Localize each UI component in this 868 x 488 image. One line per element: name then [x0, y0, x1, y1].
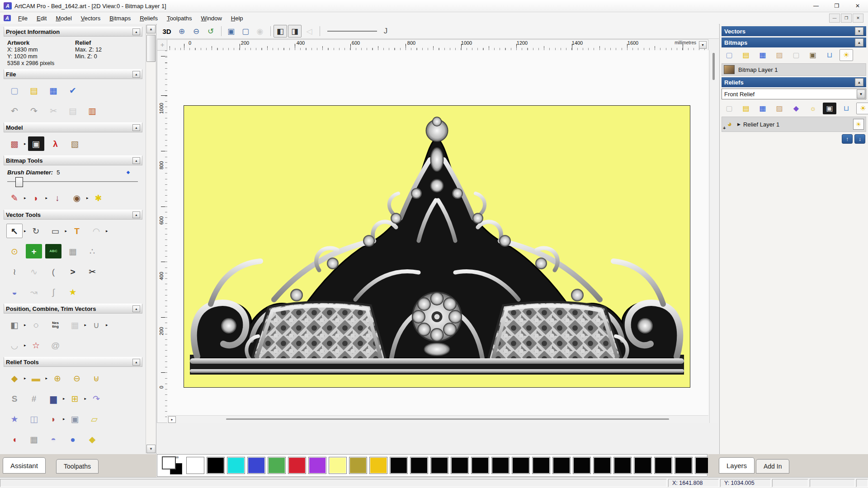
zoom-out-icon[interactable]: ⊖ — [189, 25, 203, 38]
tab-layers[interactable]: Layers — [719, 457, 755, 474]
add-relief-icon[interactable]: ⊕ — [49, 371, 66, 385]
bitmaps-header[interactable]: Bitmaps ▲ — [722, 38, 866, 47]
canvas-horizontal-scrollbar[interactable]: ▸ — [167, 415, 708, 423]
snap-cross-icon[interactable]: + — [26, 244, 42, 258]
ruler-units-dropdown-icon[interactable]: ▼ — [699, 41, 707, 49]
link-colors-icon[interactable]: ∞ — [175, 455, 179, 460]
brush-diameter-slider[interactable] — [7, 177, 138, 187]
assistant-scrollbar[interactable]: ▲ ▼ — [146, 25, 156, 453]
mdi-close-button[interactable]: ✕ — [853, 14, 863, 23]
palette-swatch-0[interactable] — [186, 457, 204, 474]
open-relief-icon[interactable]: ▤ — [739, 103, 753, 114]
paste-icon[interactable]: ▥ — [84, 103, 100, 118]
face-wizard-icon[interactable]: ▣ — [67, 412, 83, 426]
rectangle-tool-icon[interactable]: ▭ — [47, 224, 64, 238]
move-layer-up-icon[interactable]: ↑ — [842, 134, 853, 144]
menu-vectors[interactable]: Vectors — [76, 14, 105, 23]
collapse-icon[interactable]: ▲ — [132, 157, 140, 164]
save-relief-icon[interactable]: ▦ — [756, 103, 769, 114]
menu-reliefs[interactable]: Reliefs — [135, 14, 162, 23]
arc-edit-icon[interactable]: ( — [45, 264, 61, 279]
scroll-up-icon[interactable]: ▲ — [146, 25, 156, 33]
palette-swatch-6[interactable] — [308, 457, 326, 474]
zoom-in-icon[interactable]: ⊕ — [175, 25, 189, 38]
undo-icon[interactable]: ↶ — [6, 103, 23, 118]
open-bitmap-icon[interactable]: ▤ — [739, 49, 753, 61]
reliefs-header[interactable]: Reliefs ▲ — [722, 77, 866, 87]
palette-swatch-8[interactable] — [349, 457, 367, 474]
palette-swatch-1[interactable] — [207, 457, 225, 474]
slider-track[interactable] — [7, 181, 138, 183]
collapse-icon[interactable]: ▲ — [132, 124, 140, 131]
zoom-fit-icon[interactable]: ▢ — [239, 25, 252, 38]
section-header-file[interactable]: File ▲ — [4, 69, 142, 79]
text-tool-icon[interactable]: T — [69, 224, 85, 238]
paste-along-curve-icon[interactable]: ∴ — [84, 244, 100, 258]
close-button[interactable]: ✕ — [847, 0, 868, 12]
flyout-arrow-icon[interactable]: ▸ — [63, 417, 65, 421]
star-tool-icon[interactable]: ★ — [65, 285, 81, 299]
palette-swatch-21[interactable] — [613, 457, 632, 474]
palette-swatch-22[interactable] — [634, 457, 652, 474]
palette-swatch-16[interactable] — [512, 457, 530, 474]
palette-swatch-2[interactable] — [227, 457, 245, 474]
canvas-2d-view[interactable]: ▸ — [167, 50, 708, 423]
offset-chevron-icon[interactable]: > — [65, 264, 81, 279]
tab-add-in[interactable]: Add In — [756, 459, 789, 474]
menu-file[interactable]: File — [14, 14, 32, 23]
flyout-arrow-icon[interactable]: ▸ — [46, 376, 48, 380]
nesting-icon[interactable]: Nes ting — [47, 318, 64, 332]
relief-stack-icon[interactable]: ◆ — [789, 103, 803, 114]
toggle-bitmap-visibility-icon[interactable]: ☀ — [840, 49, 853, 61]
collapse-icon[interactable]: ▲ — [855, 78, 863, 86]
relief-select[interactable]: Front Relief ▼ — [722, 89, 866, 99]
flyout-arrow-icon[interactable]: ▸ — [24, 323, 26, 327]
palette-swatch-12[interactable] — [430, 457, 448, 474]
wrap-relief-icon[interactable]: ◆ — [84, 432, 100, 446]
flyout-arrow-icon[interactable]: ▸ — [24, 376, 26, 380]
vector-text-block-icon[interactable]: ABC — [45, 244, 61, 258]
weave-wizard-icon[interactable]: # — [26, 391, 42, 406]
line-style-handle[interactable]: J — [379, 25, 392, 38]
save-bitmap-icon[interactable]: ▦ — [756, 49, 769, 61]
slider-thumb[interactable] — [15, 177, 23, 187]
greyscale-preview-icon[interactable]: ▣ — [28, 136, 44, 151]
envelope-icon[interactable]: ◒ — [6, 285, 23, 299]
toggle-assistant-panel-icon[interactable]: ◧ — [274, 25, 287, 38]
scroll-down-icon[interactable]: ▼ — [146, 445, 156, 453]
scrollbar-thumb[interactable] — [146, 35, 156, 62]
collapse-icon[interactable]: ▲ — [132, 28, 140, 35]
canvas-vertical-scrollbar[interactable] — [709, 50, 718, 423]
palette-swatch-3[interactable] — [247, 457, 265, 474]
sweep-profile-icon[interactable]: S — [6, 391, 23, 406]
primary-color-swatch[interactable] — [162, 456, 176, 469]
dome-relief-icon[interactable]: ◓ — [45, 432, 61, 446]
bitmap-eraser-icon[interactable]: ▧ — [67, 136, 83, 151]
new-model-icon[interactable]: ▢ — [6, 83, 23, 98]
flyout-arrow-icon[interactable]: ▸ — [106, 323, 108, 327]
delete-bitmap-icon[interactable]: ⊔ — [823, 49, 836, 61]
flyout-arrow-icon[interactable]: ▸ — [85, 323, 87, 327]
flyout-arrow-icon[interactable]: ▸ — [106, 229, 108, 233]
palette-swatch-10[interactable] — [390, 457, 408, 474]
offset-relief-icon[interactable]: ↷ — [88, 391, 104, 406]
primary-secondary-colors[interactable]: ∞ — [161, 455, 186, 475]
subtract-relief-icon[interactable]: ⊖ — [69, 371, 85, 385]
collapse-icon[interactable]: ▲ — [132, 305, 140, 312]
delete-relief-icon[interactable]: ⊔ — [840, 103, 853, 114]
bitmap-layer-row[interactable]: Bitmap Layer 1 — [722, 63, 866, 76]
flyout-arrow-icon[interactable]: ▸ — [24, 196, 26, 200]
weld-vectors-icon[interactable]: ∪ — [88, 318, 104, 332]
align-vectors-icon[interactable]: ◧ — [6, 318, 23, 332]
move-layer-down-icon[interactable]: ↓ — [854, 134, 865, 144]
relief-visibility-bulb-icon[interactable]: ☀ — [853, 119, 864, 130]
texture-star-icon[interactable]: ★ — [6, 412, 23, 426]
tab-toolpaths[interactable]: Toolpaths — [56, 459, 99, 474]
palette-swatch-20[interactable] — [593, 457, 611, 474]
section-header-model[interactable]: Model ▲ — [4, 122, 142, 132]
section-header-relief-tools[interactable]: Relief Tools ▲ — [4, 357, 142, 367]
zoom-box-icon[interactable]: ▣ — [224, 25, 238, 38]
section-header-position-combine-trim[interactable]: Position, Combine, Trim Vectors ▲ — [4, 304, 142, 314]
palette-swatch-13[interactable] — [451, 457, 469, 474]
menu-window[interactable]: Window — [197, 14, 226, 23]
